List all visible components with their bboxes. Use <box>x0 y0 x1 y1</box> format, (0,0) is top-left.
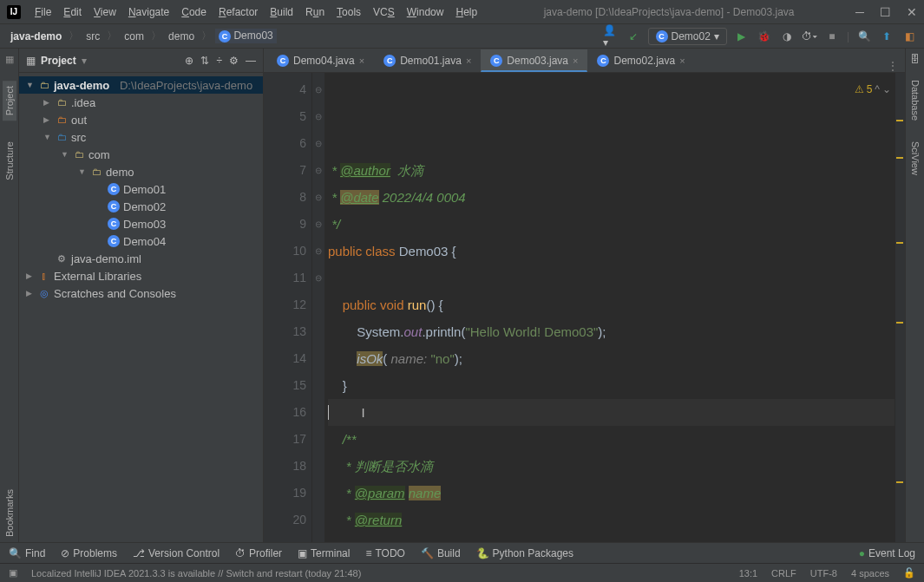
indent-config[interactable]: 4 spaces <box>851 568 889 579</box>
menu-view[interactable]: View <box>88 4 121 20</box>
line-separator[interactable]: CRLF <box>771 568 796 579</box>
readonly-lock-icon[interactable]: 🔓 <box>903 567 915 579</box>
menu-refactor[interactable]: Refactor <box>213 4 263 20</box>
close-tab-icon[interactable]: × <box>359 56 364 66</box>
menu-build[interactable]: Build <box>265 4 298 20</box>
tree-out[interactable]: ▶🗀out <box>19 111 263 128</box>
close-tab-icon[interactable]: × <box>573 56 578 66</box>
caret-position[interactable]: 13:1 <box>739 568 757 579</box>
run-config-selector[interactable]: CDemo02 ▾ <box>648 28 727 45</box>
select-opened-icon[interactable]: ⊕ <box>185 55 193 67</box>
vcs-tool[interactable]: ⎇ Version Control <box>133 547 220 559</box>
line-number-gutter[interactable]: 456789101112131415161718192021 <box>264 73 312 542</box>
sciview-tool-tab[interactable]: SciView <box>908 136 922 180</box>
status-message[interactable]: Localized IntelliJ IDEA 2021.3.3 is avai… <box>31 568 361 579</box>
tree-class-demo02[interactable]: CDemo02 <box>19 198 263 215</box>
breadcrumb: java-demo〉 src〉 com〉 demo〉 C Demo03 <box>7 29 277 43</box>
tab-demo03[interactable]: CDemo03.java× <box>481 49 587 72</box>
build-tool[interactable]: 🔨 Build <box>421 547 461 559</box>
project-tool-icon[interactable]: ▦ <box>5 54 14 65</box>
update-icon[interactable]: ⬆ <box>879 29 895 44</box>
coverage-icon[interactable]: ◑ <box>779 29 795 44</box>
tree-class-demo03[interactable]: CDemo03 <box>19 215 263 232</box>
ide-settings-icon[interactable]: ◧ <box>901 29 917 44</box>
tab-demo01[interactable]: CDemo01.java× <box>374 49 481 72</box>
file-encoding[interactable]: UTF-8 <box>810 568 837 579</box>
debug-icon[interactable]: 🐞 <box>757 29 772 44</box>
tabs-menu-icon[interactable]: ⋮ <box>888 60 905 72</box>
tree-class-demo01[interactable]: CDemo01 <box>19 180 263 198</box>
tree-root[interactable]: ▼🗀java-demo D:\IdeaProjects\java-demo <box>19 76 263 94</box>
editor-tabs: CDemo04.java× CDemo01.java× CDemo03.java… <box>264 49 905 73</box>
project-view-label[interactable]: Project <box>41 55 76 67</box>
title-bar: IJ File Edit View Navigate Code Refactor… <box>0 0 924 24</box>
window-title: java-demo [D:\IdeaProjects\java-demo] - … <box>482 6 855 18</box>
tree-class-demo04[interactable]: CDemo04 <box>19 232 263 250</box>
tree-idea[interactable]: ▶🗀.idea <box>19 94 263 111</box>
run-icon[interactable]: ▶ <box>734 29 750 44</box>
close-tab-icon[interactable]: × <box>679 56 685 66</box>
menu-file[interactable]: File <box>29 4 56 20</box>
database-tool-icon[interactable]: 🗄 <box>910 54 920 64</box>
tab-demo02[interactable]: CDemo02.java× <box>587 49 694 72</box>
expand-all-icon[interactable]: ⇅ <box>200 55 209 67</box>
database-tool-tab[interactable]: Database <box>908 75 922 126</box>
search-icon[interactable]: 🔍 <box>856 29 872 44</box>
warning-summary[interactable]: ⚠5 ^ ⌄ <box>855 76 891 103</box>
menu-code[interactable]: Code <box>176 4 212 20</box>
menu-help[interactable]: Help <box>450 4 482 20</box>
settings-gear-icon[interactable]: ⚙ <box>229 55 239 67</box>
tab-demo04[interactable]: CDemo04.java× <box>267 49 374 72</box>
collapse-all-icon[interactable]: ÷ <box>216 55 222 67</box>
structure-tool-tab[interactable]: Structure <box>3 136 16 186</box>
menu-run[interactable]: Run <box>300 4 330 20</box>
project-view-icon[interactable]: ▦ <box>26 55 36 67</box>
project-tool-tab[interactable]: Project <box>3 81 16 121</box>
tree-iml[interactable]: ⚙java-demo.iml <box>19 250 263 267</box>
status-bar: ▣ Localized IntelliJ IDEA 2021.3.3 is av… <box>0 563 924 582</box>
crumb-demo[interactable]: demo <box>165 29 198 43</box>
menu-tools[interactable]: Tools <box>331 4 366 20</box>
workspace: ▦ Project Structure Bookmarks ▦ Project … <box>0 49 924 542</box>
hide-panel-icon[interactable]: — <box>246 55 256 67</box>
tree-demo[interactable]: ▼🗀demo <box>19 163 263 180</box>
todo-tool[interactable]: ≡ TODO <box>365 547 404 559</box>
crumb-com[interactable]: com <box>121 29 147 43</box>
tree-external-libs[interactable]: ▶⫿External Libraries <box>19 267 263 284</box>
crumb-project[interactable]: java-demo <box>7 29 65 43</box>
marker-strip[interactable] <box>895 73 905 542</box>
minimize-icon[interactable]: ─ <box>855 5 864 19</box>
left-tool-strip: ▦ Project Structure Bookmarks <box>0 49 19 542</box>
profiler-icon[interactable]: ⏱▾ <box>802 29 817 44</box>
maximize-icon[interactable]: ☐ <box>880 5 891 19</box>
user-icon[interactable]: 👤▾ <box>603 29 619 44</box>
menu-bar: File Edit View Navigate Code Refactor Bu… <box>29 4 482 20</box>
menu-window[interactable]: Window <box>402 4 449 20</box>
find-tool[interactable]: 🔍 Find <box>9 547 45 559</box>
profiler-tool[interactable]: ⏱ Profiler <box>235 547 282 559</box>
project-view-dropdown-icon[interactable]: ▾ <box>82 55 87 67</box>
bookmarks-tool-tab[interactable]: Bookmarks <box>3 484 16 542</box>
tree-scratches[interactable]: ▶◎Scratches and Consoles <box>19 284 263 302</box>
close-icon[interactable]: ✕ <box>907 5 917 19</box>
menu-edit[interactable]: Edit <box>58 4 87 20</box>
close-tab-icon[interactable]: × <box>466 56 471 66</box>
project-panel: ▦ Project ▾ ⊕ ⇅ ÷ ⚙ — ▼🗀java-demo D:\Ide… <box>19 49 264 542</box>
code-area[interactable]: ⚠5 ^ ⌄ * @author 水滴 * @date 2022/4/4 000… <box>324 73 895 542</box>
menu-vcs[interactable]: VCS <box>368 4 400 20</box>
python-pkg-tool[interactable]: 🐍 Python Packages <box>476 547 573 559</box>
editor-body[interactable]: 456789101112131415161718192021 ⊖⊖⊖⊖⊖⊖⊖⊖ … <box>264 73 905 542</box>
event-log[interactable]: ● Event Log <box>859 547 915 559</box>
status-tip-icon[interactable]: ▣ <box>9 567 17 579</box>
stop-icon[interactable]: ■ <box>824 29 840 44</box>
tree-src[interactable]: ▼🗀src <box>19 128 263 146</box>
terminal-tool[interactable]: ▣ Terminal <box>298 547 350 559</box>
build-icon[interactable]: ↙ <box>626 29 641 44</box>
fold-gutter[interactable]: ⊖⊖⊖⊖⊖⊖⊖⊖ <box>312 73 324 542</box>
problems-tool[interactable]: ⊘ Problems <box>61 547 117 559</box>
project-tree: ▼🗀java-demo D:\IdeaProjects\java-demo ▶🗀… <box>19 73 263 305</box>
crumb-src[interactable]: src <box>82 29 103 43</box>
crumb-class[interactable]: C Demo03 <box>215 29 277 43</box>
menu-navigate[interactable]: Navigate <box>123 4 174 20</box>
tree-com[interactable]: ▼🗀com <box>19 146 263 163</box>
